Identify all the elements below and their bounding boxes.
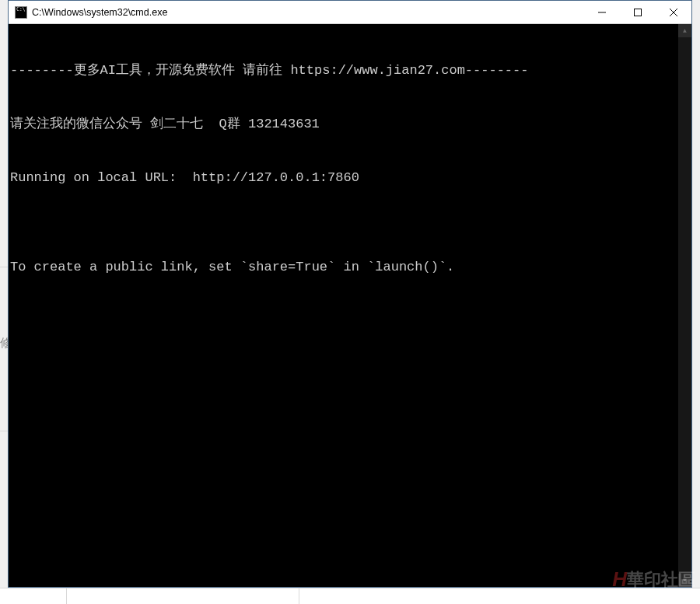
close-button[interactable] [656, 1, 691, 23]
cmd-window: C:\Windows\system32\cmd.exe --------更多AI… [8, 0, 692, 588]
background-divider [0, 431, 8, 431]
scrollbar-track[interactable] [678, 37, 691, 574]
background-bottom-strip [0, 588, 700, 604]
background-separator [299, 588, 299, 604]
terminal-line: Running on local URL: http://127.0.0.1:7… [10, 169, 690, 187]
window-controls [584, 1, 691, 23]
maximize-icon [634, 9, 642, 16]
terminal-line: To create a public link, set `share=True… [10, 258, 690, 276]
background-separator [66, 588, 67, 604]
terminal-area[interactable]: --------更多AI工具，开源免费软件 请前往 https://www.ji… [9, 24, 691, 587]
titlebar[interactable]: C:\Windows\system32\cmd.exe [9, 1, 691, 24]
minimize-icon [598, 9, 606, 16]
terminal-line: --------更多AI工具，开源免费软件 请前往 https://www.ji… [10, 61, 690, 79]
window-title: C:\Windows\system32\cmd.exe [32, 7, 584, 18]
minimize-button[interactable] [584, 1, 620, 23]
background-divider [0, 267, 8, 267]
terminal-scrollbar[interactable]: ▲ ▼ [678, 24, 691, 587]
terminal-line: 请关注我的微信公众号 剑二十七 Q群 132143631 [10, 115, 690, 133]
maximize-button[interactable] [620, 1, 656, 23]
scrollbar-up-arrow-icon[interactable]: ▲ [678, 24, 691, 37]
close-icon [670, 9, 677, 16]
scrollbar-down-arrow-icon[interactable]: ▼ [678, 574, 691, 587]
cmd-app-icon [15, 6, 27, 19]
svg-rect-0 [635, 9, 642, 16]
